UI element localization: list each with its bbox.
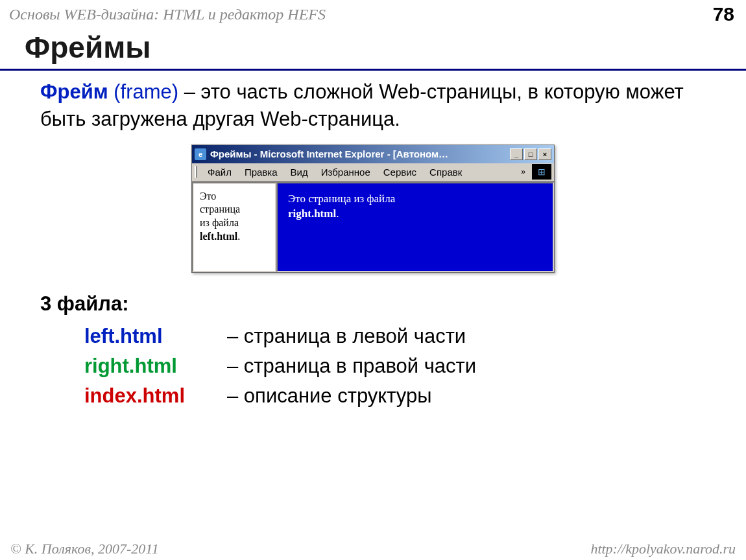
frame-right-filename: right.html bbox=[288, 207, 336, 220]
header-subtitle: Основы WEB-дизайна: HTML и редактор HEFS bbox=[9, 6, 326, 23]
frame-left-text: Это bbox=[200, 191, 216, 202]
menu-view[interactable]: Вид bbox=[284, 165, 315, 179]
file-row: left.html– страница в левой части bbox=[0, 325, 746, 348]
chevron-right-icon[interactable]: » bbox=[517, 167, 529, 176]
file-description: – страница в правой части bbox=[227, 355, 476, 378]
browser-content: Это страница из файла left.html. Это стр… bbox=[192, 181, 554, 272]
frame-left-filename: left.html bbox=[200, 231, 237, 242]
menu-file[interactable]: Файл bbox=[201, 165, 238, 179]
throbber-icon: ⊞ bbox=[532, 164, 551, 180]
definition-paragraph: Фрейм (frame) – это часть сложной Web-ст… bbox=[0, 75, 746, 145]
window-titlebar: e Фреймы - Microsoft Internet Explorer -… bbox=[192, 145, 554, 163]
file-row: index.html– описание структуры bbox=[0, 384, 746, 408]
files-list: left.html– страница в левой частиright.h… bbox=[0, 325, 746, 408]
menubar: Файл Правка Вид Избранное Сервис Справк … bbox=[192, 163, 554, 181]
website-url: http://kpolyakov.narod.ru bbox=[590, 541, 736, 557]
grip-icon bbox=[195, 166, 197, 178]
page-number: 78 bbox=[713, 3, 734, 25]
page-title: Фреймы bbox=[25, 30, 746, 65]
file-row: right.html– страница в правой части bbox=[0, 355, 746, 378]
file-description: – страница в левой части bbox=[227, 325, 466, 348]
frame-left: Это страница из файла left.html. bbox=[192, 182, 276, 272]
frame-right: Это страница из файла right.html. bbox=[276, 182, 554, 272]
maximize-button[interactable]: □ bbox=[524, 148, 537, 160]
file-description: – описание структуры bbox=[227, 384, 431, 408]
file-name: index.html bbox=[84, 384, 227, 408]
term: Фрейм bbox=[40, 80, 108, 103]
term-paren: (frame) bbox=[114, 80, 178, 103]
menu-edit[interactable]: Правка bbox=[238, 165, 284, 179]
frame-right-text: Это страница из файла bbox=[288, 192, 395, 205]
browser-window: e Фреймы - Microsoft Internet Explorer -… bbox=[191, 145, 555, 273]
frame-left-text: страница bbox=[200, 204, 240, 215]
minimize-button[interactable]: _ bbox=[510, 148, 523, 160]
menu-tools[interactable]: Сервис bbox=[377, 165, 423, 179]
title-block: Фреймы bbox=[0, 25, 746, 71]
copyright: © К. Поляков, 2007-2011 bbox=[10, 541, 159, 557]
menu-help[interactable]: Справк bbox=[423, 165, 468, 179]
frame-left-text: из файла bbox=[200, 217, 239, 228]
close-button[interactable]: × bbox=[538, 148, 551, 160]
slide-header: Основы WEB-дизайна: HTML и редактор HEFS… bbox=[0, 0, 746, 25]
window-title: Фреймы - Microsoft Internet Explorer - [… bbox=[210, 148, 448, 159]
slide-footer: © К. Поляков, 2007-2011 http://kpolyakov… bbox=[0, 541, 746, 557]
files-heading: 3 файла: bbox=[0, 292, 746, 316]
ie-icon: e bbox=[195, 148, 206, 160]
file-name: left.html bbox=[84, 325, 227, 348]
file-name: right.html bbox=[84, 355, 227, 378]
menu-favorites[interactable]: Избранное bbox=[315, 165, 377, 179]
